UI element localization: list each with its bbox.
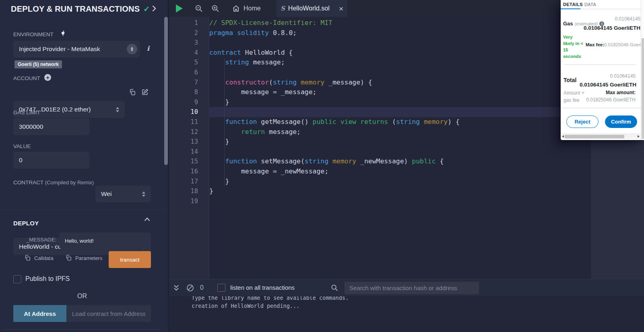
code-line[interactable]: } — [209, 137, 591, 147]
contract-note: (Compiled by Remix) — [45, 179, 94, 186]
code-line[interactable] — [209, 196, 591, 206]
add-account-icon[interactable]: + — [44, 74, 51, 81]
panel-title: DEPLOY & RUN TRANSACTIONS✓ — [11, 4, 150, 14]
editor-code-area[interactable]: // SPDX-License-Identifier: MITpragma so… — [209, 17, 591, 279]
terminal: 0 listen on all transactions Type the li… — [169, 279, 644, 332]
environment-label: ENVIRONMENT — [13, 31, 54, 37]
publish-ipfs-checkbox[interactable] — [13, 275, 21, 283]
line-number: 5 — [169, 58, 209, 68]
horizontal-scroll-thumb[interactable] — [565, 135, 624, 138]
calldata-copy-icon[interactable] — [24, 254, 31, 263]
vertical-scroll-thumb[interactable] — [642, 38, 644, 139]
code-line[interactable] — [209, 68, 591, 78]
run-script-play-icon[interactable] — [176, 4, 183, 12]
zoom-in-icon[interactable] — [211, 4, 220, 14]
scroll-left-icon[interactable] — [562, 135, 564, 138]
max-amount-label: Max amount: — [606, 90, 636, 95]
code-line[interactable] — [209, 38, 591, 48]
scroll-right-icon[interactable] — [638, 135, 640, 138]
terminal-log-line: Type the library name to see available c… — [192, 296, 644, 302]
message-param-label: _MESSAGE: — [16, 237, 56, 243]
code-line[interactable]: pragma solidity 0.8.0; — [209, 28, 591, 38]
terminal-toolbar: 0 listen on all transactions — [169, 279, 644, 296]
code-line[interactable] — [209, 107, 591, 117]
code-line[interactable] — [209, 147, 591, 157]
network-badge: Goerli (5) network — [14, 60, 62, 68]
or-label: OR — [0, 293, 164, 300]
amount-gas-fee-label: Amount + gas fee — [564, 90, 588, 104]
line-number: 19 — [169, 196, 209, 206]
metamask-tab-data[interactable]: DATA — [584, 2, 596, 7]
parameters-label[interactable]: Parameters — [75, 255, 102, 261]
edit-account-icon[interactable] — [141, 89, 149, 97]
clear-console-ban-icon[interactable] — [186, 284, 194, 293]
editor-gutter: 12345678910111213141516171819 — [169, 17, 209, 279]
total-primary-amount: 0.01064145 GoerliETH — [580, 82, 636, 88]
code-line[interactable]: function setMessage(string memory _newMe… — [209, 157, 591, 167]
metamask-confirm-popup: DETAILS DATA 0.01064145 Gas (estimated) … — [561, 0, 644, 140]
expand-terminal-icon[interactable] — [173, 285, 179, 293]
editor-code: // SPDX-License-Identifier: MITpragma so… — [209, 18, 591, 206]
active-tab-underline — [561, 8, 580, 9]
code-line[interactable]: return message; — [209, 127, 591, 137]
solidity-file-icon: S — [281, 5, 285, 12]
account-stepper-icon[interactable] — [116, 107, 119, 112]
line-number: 14 — [169, 147, 209, 157]
environment-stepper-icon[interactable] — [127, 44, 137, 54]
gas-primary-amount: 0.01064145 GoerliETH — [584, 25, 640, 31]
close-tab-icon[interactable]: × — [339, 5, 343, 12]
code-line[interactable]: contract HelloWorld { — [209, 48, 591, 58]
message-param-input[interactable] — [59, 233, 151, 249]
code-line[interactable]: string message; — [209, 58, 591, 68]
listen-transactions-checkbox[interactable] — [217, 284, 225, 292]
zoom-out-icon[interactable] — [195, 4, 203, 14]
terminal-search-input[interactable] — [345, 282, 479, 294]
environment-info-icon[interactable]: i — [147, 45, 149, 52]
section-divider — [0, 210, 164, 210]
deploy-run-panel: DEPLOY & RUN TRANSACTIONS✓ ENVIRONMENT I… — [0, 0, 169, 332]
max-amount-value: 0.01825046 GoerliETH — [586, 97, 636, 103]
collapse-panel-icon[interactable] — [152, 5, 156, 13]
gas-secondary-amount: 0.01064145 — [615, 16, 640, 22]
code-line[interactable]: function getMessage() public view return… — [209, 117, 591, 127]
line-number: 3 — [169, 38, 209, 48]
code-line[interactable]: message = _newMessage; — [209, 167, 591, 177]
bottom-divider — [3, 329, 160, 330]
code-line[interactable]: } — [209, 177, 591, 187]
code-line[interactable]: message = _message; — [209, 87, 591, 97]
line-number: 7 — [169, 78, 209, 88]
tab-helloworld-sol[interactable]: S HelloWorld.sol × — [277, 0, 347, 17]
unit-stepper-icon[interactable] — [142, 192, 145, 197]
code-line[interactable]: } — [209, 186, 591, 196]
line-number: 11 — [169, 117, 209, 127]
gas-label: Gas — [563, 21, 573, 27]
transact-button[interactable]: transact — [109, 251, 151, 268]
at-address-input[interactable] — [66, 305, 151, 322]
panel-scrollbar[interactable] — [164, 17, 168, 165]
confirm-button[interactable]: Confirm — [605, 115, 637, 128]
contract-label: CONTRACT (Compiled by Remix) — [13, 179, 94, 186]
code-line[interactable]: // SPDX-License-Identifier: MIT — [209, 18, 591, 28]
metamask-tabs: DETAILS DATA — [561, 0, 644, 9]
parameters-copy-icon[interactable] — [65, 254, 72, 263]
transaction-count-badge: 0 — [200, 284, 204, 291]
value-unit-select[interactable]: Wei — [95, 186, 151, 202]
reject-button[interactable]: Reject — [566, 115, 599, 128]
metamask-tab-details[interactable]: DETAILS — [563, 2, 583, 7]
environment-select[interactable]: Injected Provider - MetaMask — [13, 41, 140, 58]
metamask-horizontal-scrollbar[interactable] — [561, 134, 640, 139]
line-number: 16 — [169, 167, 209, 177]
tab-home[interactable]: Home — [227, 0, 266, 17]
home-icon — [232, 5, 240, 12]
value-label: VALUE — [13, 143, 31, 149]
value-input[interactable] — [13, 152, 89, 169]
collapse-deploy-icon[interactable] — [144, 216, 150, 223]
calldata-label[interactable]: Calldata — [34, 255, 54, 261]
gas-limit-input[interactable] — [13, 118, 89, 135]
deploy-heading: DEPLOY — [13, 220, 39, 227]
code-line[interactable]: constructor(string memory _message) { — [209, 78, 591, 88]
code-line[interactable]: } — [209, 97, 591, 107]
at-address-button[interactable]: At Address — [13, 305, 66, 322]
metamask-vertical-scrollbar[interactable] — [641, 0, 644, 140]
copy-account-icon[interactable] — [129, 89, 136, 97]
